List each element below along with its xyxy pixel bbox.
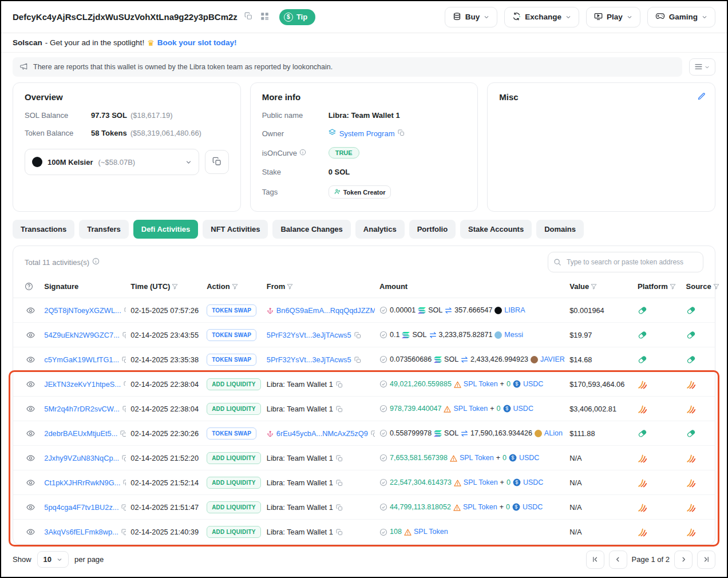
column-header-source[interactable]: Source (682, 277, 715, 298)
token1-link[interactable]: SPL Token (463, 503, 497, 511)
view-details-button[interactable] (25, 526, 37, 537)
view-details-button[interactable] (25, 501, 37, 513)
source-icon[interactable] (686, 379, 696, 388)
token1-link[interactable]: SPL Token (414, 528, 448, 536)
column-header-value[interactable]: Value (565, 277, 633, 298)
copy-icon[interactable] (336, 528, 343, 536)
platform-icon[interactable] (638, 330, 647, 339)
copy-icon[interactable] (336, 503, 343, 512)
platform-icon[interactable] (638, 478, 647, 486)
filter-icon[interactable] (170, 282, 178, 291)
qr-code-button[interactable] (259, 11, 270, 23)
copy-icon[interactable] (121, 528, 126, 536)
copy-icon[interactable] (371, 429, 375, 438)
platform-icon[interactable] (638, 429, 647, 437)
copy-icon[interactable] (122, 405, 126, 413)
source-icon[interactable] (686, 453, 696, 462)
copy-icon[interactable] (124, 380, 126, 389)
copy-icon[interactable] (336, 478, 343, 487)
platform-icon[interactable] (638, 453, 647, 462)
token-selector[interactable]: 100M Kelsier (~$58.07B) (25, 149, 199, 175)
platform-icon[interactable] (638, 404, 647, 413)
copy-icon[interactable] (122, 355, 126, 364)
copy-icon[interactable] (121, 503, 126, 512)
portfolio-button[interactable] (205, 150, 229, 174)
copy-icon[interactable] (398, 129, 405, 138)
view-details-button[interactable] (25, 427, 37, 439)
copy-icon[interactable] (122, 331, 126, 339)
from-address-link[interactable]: Bn6QS9aEmA...RqqQqdJZZM (276, 306, 375, 315)
token1-link[interactable]: SPL Token (460, 454, 494, 462)
filter-icon[interactable] (589, 282, 597, 291)
signature-link[interactable]: 5pq4cga4F7tv1BU2z... (44, 503, 118, 512)
filter-icon[interactable] (711, 282, 719, 291)
tab-transfers[interactable]: Transfers (79, 220, 129, 239)
from-address-link[interactable]: 5PrF32YsVt...3eJjTAcws5 (267, 331, 351, 339)
column-header-time-utc-[interactable]: Time (UTC) (126, 277, 202, 298)
copy-icon[interactable] (354, 355, 361, 364)
tab-nft-activities[interactable]: NFT Activities (203, 220, 268, 239)
platform-icon[interactable] (638, 379, 647, 388)
signature-link[interactable]: JEkTN3zeKvY1htpeS... (44, 380, 121, 389)
last-page-button[interactable] (697, 551, 715, 569)
signature-link[interactable]: 2Q5T8jNToeyXGZWL... (44, 306, 121, 315)
view-details-button[interactable] (25, 329, 37, 341)
token2-link[interactable]: USDC (523, 503, 543, 511)
next-page-button[interactable] (674, 551, 693, 569)
column-header-action[interactable]: Action (202, 277, 262, 298)
copy-icon[interactable] (336, 380, 343, 389)
previous-page-button[interactable] (609, 551, 627, 569)
source-icon[interactable] (686, 478, 696, 486)
token1-link[interactable]: SPL Token (464, 380, 498, 388)
buy-menu-button[interactable]: Buy (445, 7, 498, 27)
signature-link[interactable]: Ct1pkXJHRrRwkN9G... (44, 478, 120, 487)
view-details-button[interactable] (25, 477, 37, 488)
source-icon[interactable] (686, 429, 696, 437)
play-menu-button[interactable]: Play (586, 7, 640, 27)
token1-link[interactable]: SPL Token (464, 478, 498, 486)
platform-icon[interactable] (638, 355, 647, 363)
signature-link[interactable]: 54Z9uEkN2W9GZC7... (44, 331, 120, 339)
copy-icon[interactable] (120, 429, 126, 438)
tab-stake-accounts[interactable]: Stake Accounts (460, 220, 532, 239)
token-out-link[interactable]: Messi (504, 331, 523, 339)
platform-icon[interactable] (638, 306, 647, 314)
from-address-link[interactable]: 5PrF32YsVt...3eJjTAcws5 (267, 355, 351, 364)
first-page-button[interactable] (586, 551, 604, 569)
signature-link[interactable]: 2debrBAEUxMtjuEt5... (44, 429, 117, 438)
token2-link[interactable]: USDC (519, 454, 539, 462)
token1-link[interactable]: SPL Token (453, 405, 488, 413)
source-icon[interactable] (686, 527, 696, 536)
copy-icon[interactable] (354, 331, 361, 339)
filter-icon[interactable] (230, 282, 238, 291)
signature-link[interactable]: c5YmGaK19WLfTG1... (44, 355, 119, 364)
token-out-link[interactable]: JAVIER (540, 355, 565, 363)
ad-link[interactable]: Book your slot today! (157, 38, 237, 47)
token-out-link[interactable]: ALion (544, 429, 563, 437)
tip-button[interactable]: $ Tip (279, 9, 315, 25)
tab-portfolio[interactable]: Portfolio (409, 220, 456, 239)
copy-address-button[interactable] (243, 11, 254, 23)
column-header-platform[interactable]: Platform (633, 277, 682, 298)
source-icon[interactable] (686, 404, 696, 413)
token2-link[interactable]: USDC (523, 380, 543, 388)
column-header-from[interactable]: From (262, 277, 375, 298)
platform-icon[interactable] (638, 527, 647, 536)
tab-defi-activities[interactable]: Defi Activities (133, 220, 199, 239)
tab-balance-changes[interactable]: Balance Changes (272, 220, 350, 239)
copy-icon[interactable] (336, 405, 343, 413)
token2-link[interactable]: USDC (523, 478, 543, 486)
page-size-select[interactable]: 10 (37, 551, 69, 568)
signature-link[interactable]: 3AkqVs6fELFmk8wp... (44, 528, 118, 536)
gaming-menu-button[interactable]: Gaming (647, 7, 715, 27)
view-details-button[interactable] (25, 304, 37, 316)
copy-icon[interactable] (124, 306, 126, 315)
search-input[interactable] (548, 252, 703, 272)
tab-domains[interactable]: Domains (536, 220, 584, 239)
source-icon[interactable] (686, 330, 696, 339)
tab-analytics[interactable]: Analytics (355, 220, 405, 239)
owner-link[interactable]: System Program (339, 129, 395, 138)
source-icon[interactable] (686, 355, 696, 363)
filter-icon[interactable] (285, 282, 293, 291)
source-icon[interactable] (686, 306, 696, 314)
